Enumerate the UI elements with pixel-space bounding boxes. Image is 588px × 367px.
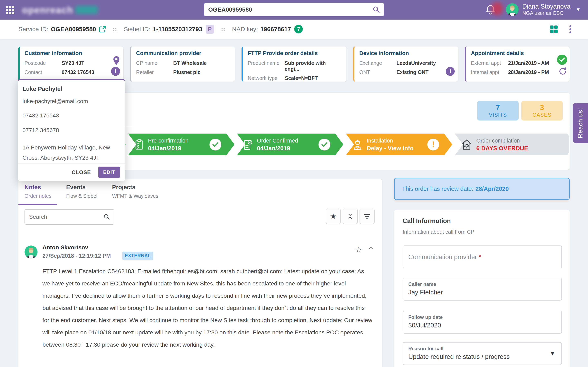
- nad-key-label: NAD key:: [232, 26, 258, 33]
- global-search: [204, 3, 384, 16]
- tab-label: Notes: [25, 184, 52, 191]
- logo-badge: [75, 6, 98, 14]
- siebel-id-value: 1-1105520312793: [153, 26, 202, 33]
- collapse-all-button[interactable]: [343, 209, 358, 224]
- cases-count: 3: [540, 104, 544, 112]
- separator: ::: [221, 26, 225, 33]
- caller-name-field[interactable]: Caller name Jay Fletcher: [403, 278, 562, 300]
- note-favorite-icon[interactable]: ☆: [355, 245, 362, 254]
- step-overdue-status: 6 DAYS OVERDUE: [476, 144, 528, 152]
- row-label: Exchange: [359, 60, 397, 66]
- global-search-input[interactable]: [208, 6, 373, 13]
- row-value: Existing ONT: [397, 69, 429, 75]
- fttp-order-details-card: FTTP Provide order details Product nameS…: [242, 47, 346, 82]
- document-check-icon: [244, 139, 252, 150]
- step-pre-confirmation[interactable]: Pre-confirmation 04/Jan/2019: [128, 133, 234, 155]
- user-role: NGA user as CSC: [522, 10, 571, 16]
- reach-us-label: Reach us!: [577, 108, 584, 138]
- card-title: Appointment details: [471, 50, 565, 57]
- appointment-confirmed-icon: [557, 55, 567, 65]
- external-link-icon[interactable]: [99, 26, 106, 33]
- user-avatar: [506, 3, 519, 16]
- step-installation[interactable]: Installation Delay - View Info !: [346, 133, 452, 155]
- visits-stat[interactable]: 7 VISITS: [477, 101, 519, 120]
- row-label: Retailer: [136, 69, 173, 75]
- tab-projects[interactable]: Projects WFMT & Wayleaves: [112, 179, 158, 205]
- search-icon[interactable]: [373, 6, 380, 13]
- chevron-down-icon: ▼: [576, 7, 581, 12]
- top-bar: openreach Diana Stoyanova NGA user as CS…: [0, 0, 588, 20]
- search-icon[interactable]: [104, 214, 110, 220]
- kebab-menu-icon[interactable]: [568, 24, 572, 34]
- summary-cards: Customer information PostcodeSY23 4JT Co…: [18, 47, 570, 82]
- communication-provider-field[interactable]: Communication provider *: [403, 245, 562, 268]
- call-information-card: Call Information Information about call …: [394, 210, 570, 367]
- app-grid-icon[interactable]: [6, 6, 15, 14]
- step-order-confirmed[interactable]: Order Confirmed 04/Jan/2019: [237, 133, 343, 155]
- popover-footer: CLOSE EDIT: [18, 163, 125, 181]
- favorite-notes-button[interactable]: ★: [326, 209, 341, 224]
- note-timestamp: 27/Sep/2018 - 12:19:12 PM: [43, 253, 111, 259]
- review-date-banner: This order has review date: 28/Apr/2020: [394, 178, 570, 200]
- contact-phone-1: 07432 176543: [22, 112, 121, 119]
- customer-contact-popover: Luke Pachytel luke-pachytel@email.com 07…: [18, 79, 125, 181]
- tab-events[interactable]: Events Flow & Siebel: [66, 179, 97, 205]
- notification-badge: [491, 2, 503, 16]
- follow-up-date-field[interactable]: Follow up date 30/Jul/2020: [403, 311, 562, 334]
- tab-notes[interactable]: Notes Order notes: [25, 179, 52, 205]
- notes-search: [25, 209, 114, 225]
- info-icon[interactable]: i: [111, 67, 120, 76]
- engineer-icon: [353, 139, 362, 150]
- tab-sublabel: Order notes: [25, 193, 52, 199]
- location-pin-icon[interactable]: [113, 56, 120, 66]
- note-collapse-icon[interactable]: [368, 247, 374, 251]
- user-menu[interactable]: Diana Stoyanova NGA user as CSC ▼: [506, 3, 581, 16]
- tab-sublabel: WFMT & Wayleaves: [112, 193, 158, 199]
- row-value: 28/Jan/2019 - PM: [508, 69, 549, 75]
- card-title: Device information: [359, 50, 453, 57]
- row-label: Postcode: [25, 60, 62, 66]
- filter-button[interactable]: [360, 209, 375, 224]
- reason-for-call-select[interactable]: Reason for call Update required re statu…: [403, 342, 562, 365]
- step-title: Order Confirmed: [257, 137, 298, 144]
- note-author-avatar: [25, 245, 38, 259]
- service-id-label: Service ID:: [18, 26, 48, 33]
- notes-panel: Notes Order notes Events Flow & Siebel P…: [18, 179, 382, 367]
- note-external-badge: EXTERNAL: [122, 252, 153, 260]
- filter-icon: [363, 214, 371, 219]
- info-icon[interactable]: i: [446, 67, 455, 76]
- layout-grid-icon[interactable]: [550, 25, 558, 33]
- step-date: 04/Jan/2019: [257, 144, 298, 152]
- tab-label: Projects: [112, 184, 158, 191]
- appointment-details-card: Appointment details External appt21/Jan/…: [465, 47, 570, 82]
- close-button[interactable]: CLOSE: [72, 169, 91, 175]
- row-label: ONT: [359, 69, 397, 75]
- refresh-icon[interactable]: [558, 67, 567, 76]
- openreach-logo: openreach: [22, 4, 98, 16]
- step-complete-icon: [209, 139, 221, 150]
- notes-search-input[interactable]: [29, 214, 104, 220]
- note-body: FTTP Level 1 Escalation C5462183: E-mail…: [43, 265, 373, 351]
- tabs: Notes Order notes Events Flow & Siebel P…: [18, 179, 382, 205]
- visits-label: VISITS: [489, 112, 507, 118]
- logo-text: openreach: [22, 4, 73, 16]
- edit-button[interactable]: EDIT: [98, 167, 120, 178]
- contact-name: Luke Pachytel: [22, 86, 121, 92]
- cases-stat[interactable]: 3 CASES: [521, 101, 563, 120]
- reach-us-tab[interactable]: Reach us!: [573, 103, 588, 143]
- tab-sublabel: Flow & Siebel: [66, 193, 97, 199]
- notifications-button[interactable]: [485, 4, 500, 17]
- row-label: CP name: [136, 60, 173, 66]
- order-header: Service ID: OGEA00959580 :: Siebel ID: 1…: [0, 20, 588, 39]
- field-value: Update required re status / progress: [408, 353, 556, 360]
- step-status: Delay - View Info: [367, 144, 414, 152]
- call-info-subtitle: Information about call from CP: [403, 229, 474, 235]
- field-placeholder: Communication provider: [408, 253, 477, 261]
- card-title: FTTP Provide order details: [248, 50, 342, 57]
- step-order-compilation[interactable]: Order compilation 6 DAYS OVERDUE: [455, 133, 569, 155]
- nad-count-badge: 7: [294, 25, 303, 33]
- clipboard-check-icon: [135, 139, 144, 150]
- contact-address: 1A Penywern Holiday Village, New Cross, …: [22, 142, 118, 163]
- card-title: Customer information: [25, 50, 118, 57]
- active-tab-indicator: [18, 204, 57, 205]
